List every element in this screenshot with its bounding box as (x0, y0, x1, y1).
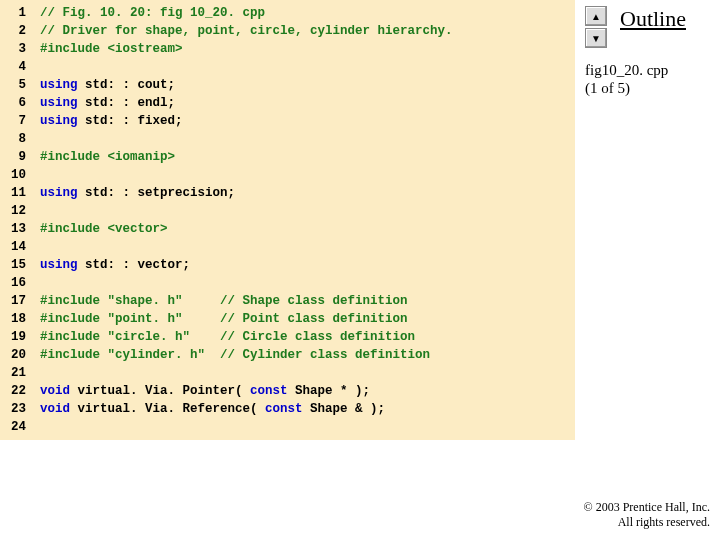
code-token: #include (40, 348, 108, 362)
code-token: std: : fixed; (78, 114, 183, 128)
code-line: 4 (0, 58, 575, 76)
code-line: 20#include "cylinder. h" // Cylinder cla… (0, 346, 575, 364)
code-token: Shape & ); (303, 402, 386, 416)
code-token: std: : setprecision; (78, 186, 236, 200)
line-number: 23 (0, 400, 40, 418)
code-content: using std: : cout; (40, 76, 575, 94)
line-number: 21 (0, 364, 40, 382)
code-line: 13#include <vector> (0, 220, 575, 238)
line-number: 11 (0, 184, 40, 202)
code-token (183, 294, 221, 308)
line-number: 19 (0, 328, 40, 346)
code-content (40, 274, 575, 292)
code-panel: 1// Fig. 10. 20: fig 10_20. cpp2// Drive… (0, 0, 575, 440)
chevron-up-icon: ▲ (591, 11, 601, 22)
line-number: 8 (0, 130, 40, 148)
code-token: using (40, 258, 78, 272)
code-token: #include (40, 330, 108, 344)
code-token: "circle. h" (108, 330, 191, 344)
rights-line: All rights reserved. (584, 515, 710, 530)
line-number: 6 (0, 94, 40, 112)
code-content: using std: : setprecision; (40, 184, 575, 202)
line-number: 2 (0, 22, 40, 40)
code-content: void virtual. Via. Pointer( const Shape … (40, 382, 575, 400)
code-line: 6using std: : endl; (0, 94, 575, 112)
line-number: 22 (0, 382, 40, 400)
outline-filename: fig10_20. cpp (585, 61, 668, 79)
code-token (183, 312, 221, 326)
code-content (40, 364, 575, 382)
code-token: #include <vector> (40, 222, 168, 236)
code-token: "shape. h" (108, 294, 183, 308)
code-token: using (40, 96, 78, 110)
code-token: #include (40, 312, 108, 326)
code-token: "point. h" (108, 312, 183, 326)
code-line: 9#include <iomanip> (0, 148, 575, 166)
line-number: 16 (0, 274, 40, 292)
outline-file-info: fig10_20. cpp (1 of 5) (585, 61, 668, 97)
code-content: // Fig. 10. 20: fig 10_20. cpp (40, 4, 575, 22)
code-content: using std: : fixed; (40, 112, 575, 130)
code-token: "cylinder. h" (108, 348, 206, 362)
line-number: 4 (0, 58, 40, 76)
nav-down-button[interactable]: ▼ (585, 28, 607, 48)
copyright-footer: © 2003 Prentice Hall, Inc. All rights re… (584, 500, 710, 530)
code-token: virtual. Via. Reference( (70, 402, 265, 416)
line-number: 9 (0, 148, 40, 166)
code-content: #include "circle. h" // Circle class def… (40, 328, 575, 346)
code-token: void (40, 384, 70, 398)
code-line: 7using std: : fixed; (0, 112, 575, 130)
code-token (190, 330, 220, 344)
line-number: 12 (0, 202, 40, 220)
nav-up-button[interactable]: ▲ (585, 6, 607, 26)
code-content: #include <vector> (40, 220, 575, 238)
code-line: 1// Fig. 10. 20: fig 10_20. cpp (0, 4, 575, 22)
line-number: 14 (0, 238, 40, 256)
code-token: // Circle class definition (220, 330, 415, 344)
code-line: 8 (0, 130, 575, 148)
code-content: #include "shape. h" // Shape class defin… (40, 292, 575, 310)
code-line: 22void virtual. Via. Pointer( const Shap… (0, 382, 575, 400)
code-content (40, 418, 575, 436)
line-number: 5 (0, 76, 40, 94)
code-token: using (40, 114, 78, 128)
code-token: #include (40, 294, 108, 308)
code-line: 23void virtual. Via. Reference( const Sh… (0, 400, 575, 418)
code-token: std: : endl; (78, 96, 176, 110)
line-number: 15 (0, 256, 40, 274)
code-line: 19#include "circle. h" // Circle class d… (0, 328, 575, 346)
code-token: Shape * ); (288, 384, 371, 398)
nav-buttons: ▲ ▼ (585, 6, 607, 48)
code-token: // Cylinder class definition (220, 348, 430, 362)
code-token (205, 348, 220, 362)
code-token: // Fig. 10. 20: fig 10_20. cpp (40, 6, 265, 20)
code-line: 5using std: : cout; (0, 76, 575, 94)
line-number: 24 (0, 418, 40, 436)
code-line: 11using std: : setprecision; (0, 184, 575, 202)
code-line: 2// Driver for shape, point, circle, cyl… (0, 22, 575, 40)
code-content (40, 166, 575, 184)
code-content: void virtual. Via. Reference( const Shap… (40, 400, 575, 418)
code-line: 17#include "shape. h" // Shape class def… (0, 292, 575, 310)
code-token: // Shape class definition (220, 294, 408, 308)
code-content (40, 58, 575, 76)
code-line: 10 (0, 166, 575, 184)
code-content: // Driver for shape, point, circle, cyli… (40, 22, 575, 40)
code-token: std: : cout; (78, 78, 176, 92)
code-content: #include "cylinder. h" // Cylinder class… (40, 346, 575, 364)
line-number: 20 (0, 346, 40, 364)
code-content: #include <iostream> (40, 40, 575, 58)
code-token: virtual. Via. Pointer( (70, 384, 250, 398)
code-content: using std: : endl; (40, 94, 575, 112)
code-content (40, 130, 575, 148)
code-content (40, 202, 575, 220)
line-number: 1 (0, 4, 40, 22)
code-token: void (40, 402, 70, 416)
code-token: const (265, 402, 303, 416)
code-line: 16 (0, 274, 575, 292)
line-number: 17 (0, 292, 40, 310)
code-content: #include <iomanip> (40, 148, 575, 166)
code-token: std: : vector; (78, 258, 191, 272)
code-line: 15using std: : vector; (0, 256, 575, 274)
code-content: using std: : vector; (40, 256, 575, 274)
